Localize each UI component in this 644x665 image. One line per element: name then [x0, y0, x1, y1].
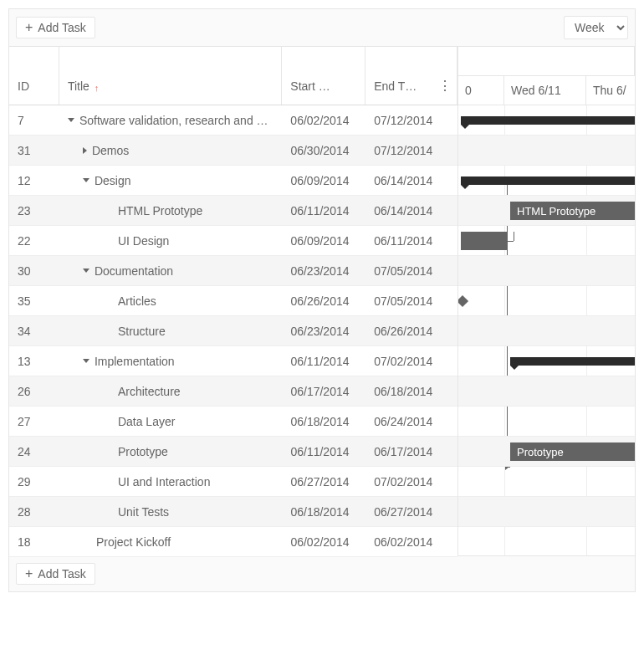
- table-row[interactable]: 29UI and Interaction06/27/201407/02/2014: [9, 467, 457, 497]
- column-header-id[interactable]: ID: [9, 47, 59, 105]
- caret-down-icon[interactable]: [68, 118, 74, 122]
- cell-start: 06/30/2014: [282, 136, 365, 165]
- add-task-button[interactable]: + Add Task: [16, 17, 95, 38]
- row-title-text: Software validation, research and …: [79, 114, 268, 127]
- add-task-button-bottom[interactable]: + Add Task: [16, 563, 95, 585]
- cell-start: 06/11/2014: [282, 196, 365, 225]
- timeline-day-header[interactable]: Thu 6/: [586, 76, 635, 105]
- cell-title: HTML Prototype: [59, 196, 283, 225]
- timeline-row: [458, 166, 635, 196]
- task-bar[interactable]: HTML Prototype: [510, 202, 635, 220]
- row-title-text: UI and Interaction: [118, 475, 211, 489]
- timeline-row: [458, 376, 635, 407]
- timeline-row: [458, 527, 635, 555]
- timeline-row: [458, 467, 635, 497]
- timeline-day-header[interactable]: Wed 6/11: [504, 76, 586, 105]
- row-title-text: Articles: [118, 294, 156, 308]
- table-row[interactable]: 31Demos06/30/201407/12/2014: [9, 136, 457, 166]
- cell-title: Articles: [59, 286, 283, 315]
- task-bar[interactable]: Prototype: [510, 442, 635, 461]
- add-task-label: Add Task: [38, 21, 85, 34]
- cell-title: Design: [59, 166, 282, 195]
- cell-end: 06/02/2014: [365, 527, 457, 556]
- plus-icon: +: [25, 21, 33, 34]
- table-row[interactable]: 30Documentation06/23/201407/05/2014: [9, 256, 457, 286]
- summary-bar[interactable]: [510, 357, 635, 366]
- cell-title: Prototype: [59, 437, 283, 466]
- cell-id: 29: [9, 467, 59, 496]
- cell-title: Implementation: [59, 346, 282, 376]
- cell-end: 06/24/2014: [365, 407, 457, 436]
- cell-end: 06/14/2014: [365, 166, 457, 195]
- table-row[interactable]: 22UI Design06/09/201406/11/2014: [9, 226, 457, 256]
- timeline-row: [458, 286, 635, 316]
- cell-end: 07/05/2014: [365, 286, 457, 315]
- table-row[interactable]: 34Structure06/23/201406/26/2014: [9, 316, 457, 346]
- row-title-text: Architecture: [118, 385, 181, 398]
- cell-id: 24: [9, 437, 59, 466]
- table-row[interactable]: 35Articles06/26/201407/05/2014: [9, 286, 457, 316]
- cell-id: 13: [9, 346, 59, 376]
- cell-id: 34: [9, 316, 59, 345]
- table-row[interactable]: 23HTML Prototype06/11/201406/14/2014: [9, 196, 457, 226]
- cell-id: 18: [9, 527, 59, 556]
- caret-down-icon[interactable]: [83, 178, 89, 182]
- table-row[interactable]: 18Project Kickoff06/02/201406/02/2014: [9, 527, 457, 557]
- cell-id: 28: [9, 497, 59, 526]
- cell-title: Data Layer: [59, 407, 283, 436]
- cell-start: 06/09/2014: [282, 166, 365, 195]
- column-header-end[interactable]: End T… ⋮: [365, 47, 457, 105]
- timeline-header: 0Wed 6/11Thu 6/: [458, 47, 635, 105]
- row-title-text: Implementation: [95, 355, 175, 368]
- column-header-row: ID Title ↑ Start … End T… ⋮: [9, 47, 457, 105]
- timeline-pane: 0Wed 6/11Thu 6/ HTML PrototypePrototype: [458, 47, 635, 555]
- timeline-row: [458, 226, 635, 256]
- cell-start: 06/18/2014: [282, 407, 365, 436]
- cell-id: 31: [9, 136, 59, 165]
- table-row[interactable]: 12Design06/09/201406/14/2014: [9, 166, 457, 196]
- column-menu-icon[interactable]: ⋮: [438, 79, 452, 93]
- timeline-row: HTML Prototype: [458, 196, 635, 226]
- column-header-title[interactable]: Title ↑: [59, 47, 282, 105]
- row-title-text: Prototype: [118, 445, 168, 458]
- cell-title: Project Kickoff: [59, 527, 282, 556]
- cell-title: UI Design: [59, 226, 283, 255]
- table-row[interactable]: 27Data Layer06/18/201406/24/2014: [9, 407, 457, 437]
- toolbar-top: + Add Task DayWeekMonth: [9, 9, 635, 47]
- cell-start: 06/09/2014: [282, 226, 365, 255]
- add-task-label: Add Task: [38, 567, 85, 581]
- cell-start: 06/27/2014: [282, 467, 365, 496]
- row-title-text: Demos: [92, 144, 129, 157]
- summary-bar[interactable]: [461, 116, 635, 125]
- cell-end: 06/26/2014: [365, 316, 457, 345]
- cell-title: Documentation: [59, 256, 282, 285]
- cell-id: 23: [9, 196, 59, 225]
- cell-end: 06/27/2014: [365, 497, 457, 526]
- table-row[interactable]: 13Implementation06/11/201407/02/2014: [9, 346, 457, 376]
- timeline-day-header[interactable]: 0: [458, 76, 504, 105]
- task-bar[interactable]: [461, 232, 507, 250]
- row-title-text: Design: [95, 174, 131, 187]
- timeline-row: [458, 346, 635, 376]
- table-row[interactable]: 24Prototype06/11/201406/17/2014: [9, 437, 457, 467]
- cell-id: 27: [9, 407, 59, 436]
- caret-down-icon[interactable]: [83, 269, 89, 273]
- cell-start: 06/17/2014: [282, 376, 365, 406]
- table-row[interactable]: 26Architecture06/17/201406/18/2014: [9, 376, 457, 407]
- plus-icon: +: [25, 567, 33, 581]
- cell-id: 30: [9, 256, 59, 285]
- timeline-row: [458, 497, 635, 527]
- cell-end: 06/11/2014: [365, 226, 457, 255]
- milestone-icon[interactable]: [458, 295, 468, 307]
- table-row[interactable]: 28Unit Tests06/18/201406/27/2014: [9, 497, 457, 527]
- timeline-row: Prototype: [458, 437, 635, 467]
- table-row[interactable]: 7Software validation, research and …06/0…: [9, 105, 457, 136]
- timeline-row: [458, 407, 635, 437]
- caret-down-icon[interactable]: [83, 359, 89, 363]
- timeline-row: [458, 136, 635, 166]
- toolbar-bottom: + Add Task: [9, 555, 635, 591]
- column-header-start[interactable]: Start …: [282, 47, 365, 105]
- view-select[interactable]: DayWeekMonth: [564, 16, 628, 39]
- row-title-text: Unit Tests: [118, 505, 169, 519]
- caret-right-icon[interactable]: [83, 147, 87, 154]
